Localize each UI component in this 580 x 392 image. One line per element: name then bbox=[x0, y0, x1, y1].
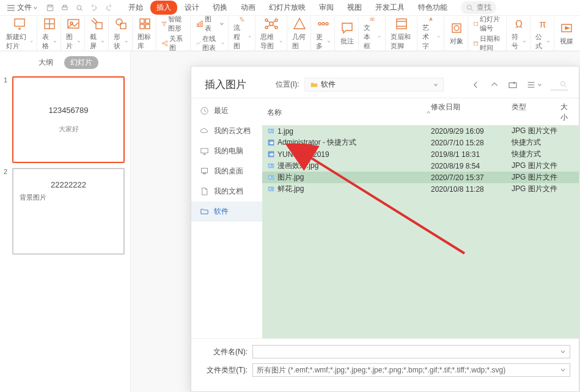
location-dropdown[interactable]: 软件 bbox=[304, 78, 444, 92]
tab-view[interactable]: 视图 bbox=[341, 1, 368, 15]
file-row[interactable]: 鲜花.jpg2020/10/8 11:28JPG 图片文件 bbox=[262, 183, 579, 195]
filetype-dropdown[interactable]: 所有图片 (*.emf;*.wmf;*.jpg;*.jpeg;*.jpe;*.p… bbox=[252, 363, 570, 377]
ribbon-slidenum-group: #幻灯片编号 日期和时间 bbox=[469, 16, 507, 51]
ribbon-mindmap[interactable]: 思维导图 bbox=[257, 16, 287, 51]
column-headers: 名称 修改日期 类型 大小 bbox=[262, 98, 579, 125]
table-icon bbox=[42, 16, 57, 31]
col-type[interactable]: 类型 bbox=[512, 102, 560, 123]
ribbon-new-slide[interactable]: 新建幻灯片 bbox=[2, 16, 37, 51]
ribbon-slidenum[interactable]: #幻灯片编号 bbox=[473, 16, 502, 33]
back-icon[interactable] bbox=[471, 80, 481, 90]
ribbon-equation[interactable]: π 公式 bbox=[532, 16, 554, 51]
file-row[interactable]: 图片.jpg2020/7/20 15:37JPG 图片文件 bbox=[262, 172, 579, 183]
ribbon-iconlib[interactable]: 图标库 bbox=[134, 16, 156, 51]
dialog-search[interactable] bbox=[551, 79, 568, 90]
chart-icon bbox=[196, 20, 204, 28]
ribbon-headerfooter[interactable]: 页眉和页脚 bbox=[387, 16, 417, 51]
file-type: JPG 图片文件 bbox=[512, 184, 560, 194]
svg-rect-36 bbox=[197, 24, 198, 27]
svg-rect-11 bbox=[15, 19, 24, 26]
tab-slideshow[interactable]: 幻灯片放映 bbox=[263, 1, 312, 15]
ribbon-picture[interactable]: 图片 bbox=[62, 16, 85, 51]
file-row[interactable]: Administrator - 快捷方式2020/7/10 15:28快捷方式 bbox=[262, 137, 579, 148]
svg-rect-2 bbox=[7, 10, 15, 10]
svg-rect-40 bbox=[242, 20, 244, 21]
tab-devtools[interactable]: 开发工具 bbox=[369, 1, 411, 15]
col-name[interactable]: 名称 bbox=[267, 102, 431, 123]
ribbon-comment[interactable]: 批注 bbox=[336, 16, 359, 51]
search-box[interactable]: 查找 bbox=[461, 1, 496, 14]
col-size[interactable]: 大小 bbox=[560, 102, 574, 123]
ribbon-wordart[interactable]: A 艺术字 bbox=[419, 16, 444, 51]
svg-point-31 bbox=[162, 42, 164, 44]
undo-icon bbox=[90, 4, 98, 12]
panel-tab-outline[interactable]: 大纲 bbox=[32, 56, 59, 69]
svg-rect-19 bbox=[96, 23, 102, 29]
file-menu[interactable]: 文件 bbox=[2, 2, 42, 13]
ribbon-online-chart[interactable]: 在线图表 bbox=[196, 34, 224, 52]
slide-thumb-1[interactable]: 123456789 大家好 bbox=[12, 76, 125, 163]
ribbon-mindmap-label: 思维导图 bbox=[260, 32, 283, 51]
sidebar-computer[interactable]: 我的电脑 bbox=[191, 141, 262, 161]
col-date[interactable]: 修改日期 bbox=[431, 102, 512, 123]
tab-start[interactable]: 开始 bbox=[122, 1, 149, 15]
flowchart-icon bbox=[235, 16, 249, 22]
ribbon-media-label: 视媒 bbox=[560, 37, 573, 46]
tab-design[interactable]: 设计 bbox=[178, 1, 205, 15]
sidebar-software[interactable]: 软件 bbox=[191, 201, 262, 222]
tab-transition[interactable]: 切换 bbox=[207, 1, 233, 15]
ribbon-datetime[interactable]: 日期和时间 bbox=[473, 34, 502, 52]
qa-print[interactable] bbox=[59, 2, 71, 14]
svg-point-20 bbox=[116, 19, 122, 25]
ribbon-relation[interactable]: 关系图 bbox=[161, 34, 186, 52]
smartart-icon bbox=[161, 20, 167, 28]
ribbon-smartart[interactable]: 智能图形 bbox=[161, 16, 186, 33]
up-icon[interactable] bbox=[490, 80, 499, 90]
new-folder-icon[interactable] bbox=[508, 80, 518, 90]
sidebar-cloud[interactable]: 我的云文档 bbox=[191, 121, 262, 141]
qa-redo[interactable] bbox=[103, 2, 115, 14]
qa-preview[interactable] bbox=[73, 2, 86, 14]
view-mode-dropdown[interactable] bbox=[526, 80, 542, 90]
sidebar-desktop-label: 我的桌面 bbox=[214, 166, 243, 176]
file-date: 2020/7/20 15:37 bbox=[431, 173, 512, 182]
sidebar-recent[interactable]: 最近 bbox=[191, 101, 262, 121]
ribbon-geometry[interactable]: 几何图 bbox=[288, 16, 311, 51]
ribbon-object[interactable]: 对象 bbox=[446, 16, 468, 51]
ribbon-screenshot[interactable]: 截屏 bbox=[86, 16, 109, 51]
ribbon-shapes[interactable]: 形状 bbox=[110, 16, 133, 51]
tab-insert[interactable]: 插入 bbox=[150, 1, 177, 15]
qa-save[interactable] bbox=[44, 2, 56, 14]
file-row[interactable]: YUNQISHI20192019/8/1 18:31快捷方式 bbox=[262, 148, 579, 160]
svg-line-48 bbox=[267, 21, 270, 23]
svg-rect-72 bbox=[509, 82, 516, 87]
ribbon-more[interactable]: 更多 bbox=[312, 16, 335, 51]
tab-review[interactable]: 审阅 bbox=[313, 1, 340, 15]
filename-input[interactable] bbox=[252, 345, 570, 358]
chevron-down-icon bbox=[33, 5, 38, 10]
file-type: JPG 图片文件 bbox=[512, 161, 560, 171]
object-icon bbox=[449, 21, 464, 35]
ribbon-textbox-label: 文本框 bbox=[364, 23, 381, 51]
tab-animation[interactable]: 动画 bbox=[235, 1, 262, 15]
svg-rect-6 bbox=[64, 5, 67, 7]
new-slide-icon bbox=[12, 16, 27, 31]
list-view-icon bbox=[526, 80, 536, 90]
tab-special[interactable]: 特色功能 bbox=[412, 1, 453, 15]
ribbon-table[interactable]: 表格 bbox=[39, 16, 61, 51]
svg-text:A: A bbox=[372, 18, 373, 21]
panel-tab-slides[interactable]: 幻灯片 bbox=[64, 56, 98, 69]
slide-thumb-2[interactable]: 22222222 背景图片 bbox=[12, 168, 125, 255]
ribbon-textbox[interactable]: A 文本框 bbox=[360, 16, 386, 51]
ribbon-flowchart[interactable]: 流程图 bbox=[230, 16, 255, 51]
file-row[interactable]: 1.jpg2020/9/29 16:09JPG 图片文件 bbox=[262, 125, 579, 137]
sidebar-desktop[interactable]: 我的桌面 bbox=[191, 161, 262, 181]
ribbon-media[interactable]: 视媒 bbox=[556, 16, 578, 51]
file-row[interactable]: 漫画效果.jpg2020/8/19 8:54JPG 图片文件 bbox=[262, 160, 579, 172]
svg-rect-81 bbox=[201, 148, 208, 153]
sidebar-documents[interactable]: 我的文档 bbox=[191, 181, 262, 201]
ribbon-chart[interactable]: 图表 bbox=[196, 16, 224, 33]
svg-rect-23 bbox=[145, 19, 150, 23]
qa-undo[interactable] bbox=[88, 2, 100, 14]
ribbon-symbol[interactable]: Ω 符号 bbox=[508, 16, 530, 51]
